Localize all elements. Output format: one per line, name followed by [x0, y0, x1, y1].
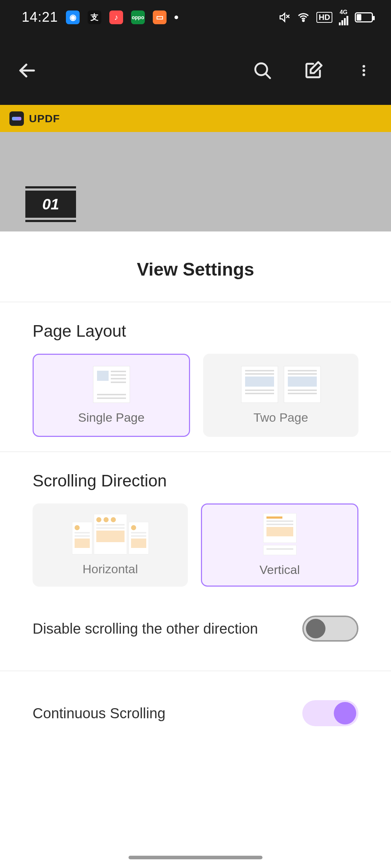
- page-thumbnail: 01: [25, 186, 76, 222]
- section-heading: Page Layout: [33, 321, 358, 341]
- document-background: UPDF 01: [0, 105, 391, 231]
- svg-point-6: [362, 65, 365, 68]
- continuous-scrolling-toggle[interactable]: [302, 700, 358, 726]
- status-app-icon: oppo: [131, 10, 145, 24]
- page-layout-section: Page Layout Single Page Two Page: [0, 302, 391, 437]
- svg-point-8: [362, 73, 365, 76]
- svg-point-7: [362, 69, 365, 72]
- option-label: Single Page: [78, 410, 144, 425]
- hd-icon: HD: [316, 12, 332, 23]
- more-button[interactable]: [351, 58, 377, 83]
- back-button[interactable]: [14, 58, 40, 83]
- option-label: Vertical: [260, 563, 300, 577]
- toggle-label: Continuous Scrolling: [33, 705, 165, 722]
- edit-button[interactable]: [300, 58, 326, 83]
- toggle-label: Disable scrolling the other direction: [33, 621, 258, 637]
- scroll-horizontal[interactable]: Horizontal: [33, 503, 188, 587]
- status-app-icon: ▭: [153, 10, 167, 24]
- home-indicator[interactable]: [129, 856, 262, 859]
- page-number: 01: [25, 191, 76, 218]
- two-page-preview-icon: [241, 366, 320, 403]
- vertical-preview-icon: [264, 514, 296, 555]
- sheet-title: View Settings: [0, 231, 391, 302]
- status-bar: 14:21 ◉ 支 ♪ oppo ▭ HD 4G: [0, 0, 391, 34]
- status-time: 14:21: [22, 9, 58, 25]
- page-layout-two[interactable]: Two Page: [203, 354, 358, 437]
- single-page-preview-icon: [93, 366, 130, 403]
- battery-icon: [355, 12, 373, 22]
- scroll-vertical[interactable]: Vertical: [201, 503, 358, 587]
- continuous-scrolling-row: Continuous Scrolling: [0, 671, 391, 748]
- app-bar: [0, 34, 391, 107]
- network-label: 4G: [340, 9, 347, 15]
- svg-point-2: [303, 20, 304, 21]
- status-dot-icon: [175, 16, 178, 19]
- app-name: UPDF: [29, 112, 60, 125]
- page-layout-single[interactable]: Single Page: [33, 354, 190, 437]
- svg-line-5: [265, 73, 270, 78]
- disable-other-direction-row: Disable scrolling the other direction: [0, 587, 391, 663]
- section-heading: Scrolling Direction: [33, 471, 358, 490]
- horizontal-preview-icon: [72, 514, 148, 554]
- wifi-icon: [297, 11, 310, 24]
- status-app-icon: ◉: [66, 10, 80, 24]
- option-label: Horizontal: [83, 562, 138, 576]
- scrolling-direction-section: Scrolling Direction Horizontal Vertical: [0, 452, 391, 587]
- mute-icon: [278, 11, 290, 24]
- app-logo-icon: [9, 111, 24, 126]
- option-label: Two Page: [253, 410, 308, 425]
- app-banner: UPDF: [0, 105, 391, 132]
- signal-icon: [339, 15, 348, 25]
- status-app-icon: ♪: [109, 10, 123, 24]
- search-button[interactable]: [250, 58, 275, 83]
- view-settings-sheet: View Settings Page Layout Single Page Tw…: [0, 231, 391, 868]
- disable-other-direction-toggle[interactable]: [302, 616, 358, 642]
- status-app-icon: 支: [88, 10, 101, 24]
